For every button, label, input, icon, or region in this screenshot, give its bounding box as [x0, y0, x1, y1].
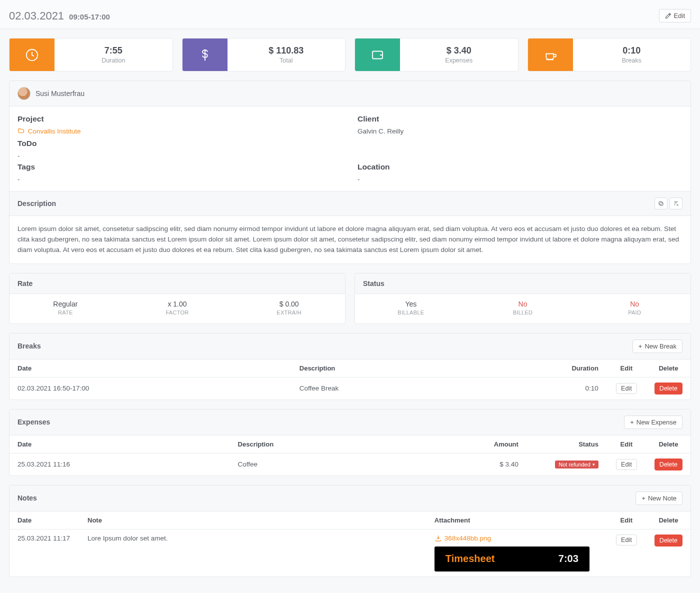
clear-format-button[interactable] — [670, 198, 682, 210]
coffee-icon — [528, 38, 573, 71]
attachment-link[interactable]: 368x448bb.png — [434, 534, 491, 542]
expenses-title: Expenses — [18, 418, 50, 426]
plus-icon: + — [630, 418, 634, 426]
table-row: 25.03.2021 11:16 Coffee $ 3.40 Not refun… — [10, 453, 690, 476]
stat-breaks-label: Breaks — [576, 57, 688, 64]
col-delete: Delete — [646, 436, 690, 454]
col-delete: Delete — [646, 360, 690, 378]
new-expense-button[interactable]: + New Expense — [624, 416, 682, 429]
edit-note-button[interactable]: Edit — [616, 534, 637, 546]
edit-break-button[interactable]: Edit — [616, 383, 637, 394]
col-desc: Description — [230, 436, 396, 454]
new-expense-label: New Expense — [636, 418, 676, 426]
dollar-icon — [182, 38, 228, 71]
delete-note-button[interactable]: Delete — [654, 534, 682, 546]
rate-value: Regular — [10, 300, 122, 308]
preview-time: 7:03 — [558, 553, 578, 564]
expense-date: 25.03.2021 11:16 — [10, 453, 230, 476]
todo-block: ToDo - — [18, 139, 342, 160]
new-note-label: New Note — [648, 494, 676, 502]
notes-panel: Notes + New Note Date Note Attachment Ed… — [9, 485, 691, 577]
col-note: Note — [80, 512, 426, 530]
notes-title: Notes — [18, 494, 37, 502]
status-title: Status — [363, 280, 384, 288]
svg-rect-3 — [659, 202, 662, 204]
breaks-title: Breaks — [18, 342, 41, 350]
factor-sublabel: FACTOR — [122, 310, 234, 316]
col-date: Date — [10, 436, 230, 454]
pencil-icon — [665, 12, 672, 19]
folder-icon — [18, 128, 24, 136]
col-edit: Edit — [606, 512, 646, 530]
attachment-preview: Timesheet 7:03 — [434, 546, 590, 572]
factor-value: x 1.00 — [122, 300, 234, 308]
stat-total-label: Total — [230, 57, 342, 64]
col-desc: Description — [292, 360, 469, 378]
new-break-label: New Break — [644, 342, 676, 350]
col-edit: Edit — [606, 360, 646, 378]
copy-description-button[interactable] — [654, 198, 668, 210]
paid-value: No — [578, 300, 690, 308]
col-edit: Edit — [606, 436, 646, 454]
location-block: Location - — [358, 162, 682, 183]
col-attachment: Attachment — [426, 512, 606, 530]
user-bar: Susi Musterfrau — [10, 81, 690, 106]
note-date: 25.03.2021 11:17 — [10, 529, 80, 576]
edit-expense-button[interactable]: Edit — [616, 459, 637, 470]
header-title-block: 02.03.2021 09:05-17:00 — [9, 10, 110, 22]
description-header: Description — [10, 191, 690, 216]
tags-value: - — [18, 176, 342, 183]
table-row: 02.03.2021 16:50-17:00 Coffee Break 0:10… — [10, 377, 690, 400]
paid-sublabel: PAID — [578, 310, 690, 316]
col-delete: Delete — [646, 512, 690, 530]
download-icon — [434, 534, 442, 542]
billable-value: Yes — [355, 300, 467, 308]
delete-break-button[interactable]: Delete — [654, 382, 682, 394]
rate-sublabel: RATE — [10, 310, 122, 316]
stat-expenses-label: Expenses — [403, 57, 515, 64]
extra-sublabel: EXTRA/H — [233, 310, 345, 316]
avatar — [18, 87, 30, 100]
header-time-range: 09:05-17:00 — [69, 12, 110, 21]
new-break-button[interactable]: + New Break — [632, 340, 682, 353]
client-label: Client — [358, 114, 682, 124]
plus-icon: + — [638, 342, 642, 350]
stat-total-value: $ 110.83 — [230, 46, 342, 56]
project-label: Project — [18, 114, 342, 124]
break-duration: 0:10 — [469, 377, 606, 400]
project-link[interactable]: Convallis Institute — [28, 128, 81, 135]
todo-label: ToDo — [18, 139, 342, 148]
stat-duration: 7:55 Duration — [9, 38, 173, 72]
user-name: Susi Musterfrau — [36, 90, 84, 98]
plus-icon: + — [642, 494, 646, 502]
client-value: Galvin C. Reilly — [358, 128, 682, 135]
new-note-button[interactable]: + New Note — [636, 492, 682, 505]
edit-button[interactable]: Edit — [659, 9, 691, 22]
svg-rect-2 — [660, 202, 663, 206]
breaks-table: Date Description Duration Edit Delete 02… — [10, 360, 690, 400]
location-label: Location — [358, 162, 682, 172]
expense-status-pill[interactable]: Not refunded — [555, 460, 598, 468]
tags-label: Tags — [18, 162, 342, 172]
status-panel: Status YesBILLABLE NoBILLED NoPAID — [354, 273, 691, 324]
rate-panel: Rate RegularRATE x 1.00FACTOR $ 0.00EXTR… — [9, 273, 346, 324]
stat-total: $ 110.83 Total — [182, 38, 346, 72]
expense-amount: $ 3.40 — [396, 453, 526, 476]
client-block: Client Galvin C. Reilly — [358, 114, 682, 136]
edit-button-label: Edit — [674, 12, 685, 20]
billed-sublabel: BILLED — [467, 310, 579, 316]
rate-title: Rate — [18, 280, 32, 288]
extra-value: $ 0.00 — [233, 300, 345, 308]
billable-sublabel: BILLABLE — [355, 310, 467, 316]
break-date: 02.03.2021 16:50-17:00 — [10, 377, 292, 400]
entry-panel: Susi Musterfrau Project Convallis Instit… — [9, 80, 691, 264]
delete-expense-button[interactable]: Delete — [654, 458, 682, 470]
description-title: Description — [18, 200, 56, 208]
notes-table: Date Note Attachment Edit Delete 25.03.2… — [10, 512, 690, 576]
clock-icon — [10, 38, 54, 71]
preview-title: Timesheet — [446, 553, 495, 564]
expenses-panel: Expenses + New Expense Date Description … — [9, 409, 691, 476]
todo-value: - — [18, 152, 342, 160]
stat-duration-value: 7:55 — [58, 46, 170, 56]
billed-value: No — [467, 300, 579, 308]
